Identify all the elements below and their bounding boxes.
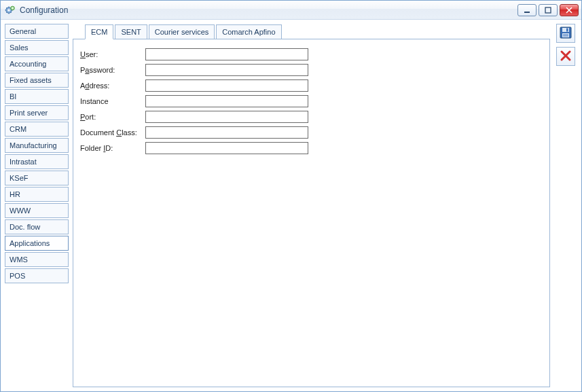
- close-x-icon: [560, 50, 572, 63]
- window-title: Configuration: [20, 5, 68, 15]
- titlebar: Configuration: [1, 1, 581, 20]
- window-close-button[interactable]: [560, 4, 579, 16]
- label-instance: Instance: [80, 97, 145, 105]
- tab-label: SENT: [121, 28, 141, 36]
- address-field[interactable]: [145, 79, 308, 92]
- label-document-class: Document Class:: [80, 128, 145, 137]
- sidebar-item-label: BI: [10, 92, 16, 101]
- sidebar-item-label: HR: [10, 190, 20, 198]
- save-button[interactable]: [556, 24, 575, 43]
- sidebar-item-label: Intrastat: [10, 158, 37, 166]
- sidebar-item-label: POS: [10, 272, 25, 280]
- maximize-button[interactable]: [539, 4, 558, 16]
- password-field[interactable]: [145, 64, 308, 76]
- port-field[interactable]: [145, 111, 308, 123]
- gear-icon: [5, 5, 16, 16]
- sidebar-item-ksef[interactable]: KSeF: [5, 171, 69, 185]
- svg-point-11: [12, 7, 14, 9]
- sidebar: General Sales Accounting Fixed assets BI…: [5, 24, 69, 387]
- main-area: ECM SENT Courier services Comarch Apfino…: [73, 24, 550, 387]
- label-folder-id: Folder ID:: [80, 144, 145, 152]
- right-toolbar: [554, 24, 577, 387]
- sidebar-item-label: Manufacturing: [10, 141, 57, 149]
- form-row-user: User:: [80, 48, 543, 60]
- sidebar-item-www[interactable]: WWW: [5, 203, 69, 218]
- tab-sent[interactable]: SENT: [115, 24, 147, 39]
- tab-comarch-apfino[interactable]: Comarch Apfino: [216, 24, 281, 39]
- sidebar-item-accounting[interactable]: Accounting: [5, 56, 69, 71]
- sidebar-item-pos[interactable]: POS: [5, 268, 69, 283]
- svg-rect-12: [524, 12, 530, 13]
- sidebar-item-intrastat[interactable]: Intrastat: [5, 154, 69, 169]
- document-class-field[interactable]: [145, 126, 308, 139]
- user-field[interactable]: [145, 48, 308, 60]
- sidebar-item-label: Accounting: [10, 60, 46, 68]
- tab-row: ECM SENT Courier services Comarch Apfino: [73, 24, 550, 39]
- sidebar-item-label: WMS: [10, 255, 28, 264]
- sidebar-item-label: Fixed assets: [10, 76, 52, 84]
- form-row-password: Password:: [80, 63, 543, 76]
- sidebar-item-label: WWW: [10, 207, 31, 215]
- config-window: Configuration General Sales Accounting F…: [0, 0, 582, 392]
- minimize-button[interactable]: [517, 4, 536, 16]
- sidebar-item-fixed-assets[interactable]: Fixed assets: [5, 73, 69, 88]
- tab-label: ECM: [91, 28, 107, 36]
- sidebar-item-label: Sales: [10, 43, 29, 52]
- sidebar-item-sales[interactable]: Sales: [5, 40, 69, 55]
- sidebar-item-label: CRM: [10, 125, 26, 133]
- svg-rect-16: [562, 33, 569, 37]
- sidebar-item-bi[interactable]: BI: [5, 89, 69, 104]
- tab-ecm[interactable]: ECM: [85, 24, 113, 39]
- sidebar-item-crm[interactable]: CRM: [5, 122, 69, 137]
- svg-point-1: [7, 9, 10, 11]
- sidebar-item-wms[interactable]: WMS: [5, 252, 69, 267]
- svg-rect-13: [545, 7, 551, 13]
- content-panel: User: Password: Address: Instance Port:: [73, 39, 550, 387]
- label-port: Port:: [80, 113, 145, 121]
- svg-rect-17: [566, 29, 568, 32]
- sidebar-item-label: Applications: [10, 239, 50, 247]
- label-password: Password:: [80, 66, 145, 74]
- form-row-port: Port:: [80, 110, 543, 123]
- tab-label: Courier services: [155, 28, 208, 36]
- sidebar-item-applications[interactable]: Applications: [5, 236, 69, 251]
- client-area: General Sales Accounting Fixed assets BI…: [1, 20, 581, 391]
- sidebar-item-doc-flow[interactable]: Doc. flow: [5, 219, 69, 234]
- sidebar-item-manufacturing[interactable]: Manufacturing: [5, 138, 69, 153]
- sidebar-item-print-server[interactable]: Print server: [5, 105, 69, 120]
- tab-label: Comarch Apfino: [222, 28, 275, 36]
- save-icon: [559, 26, 572, 41]
- form-row-instance: Instance: [80, 94, 543, 107]
- window-buttons: [517, 4, 579, 16]
- sidebar-item-general[interactable]: General: [5, 24, 69, 39]
- tab-courier-services[interactable]: Courier services: [149, 24, 215, 39]
- sidebar-item-label: General: [10, 27, 36, 35]
- form-row-document-class: Document Class:: [80, 126, 543, 139]
- label-address: Address:: [80, 82, 145, 90]
- folder-id-field[interactable]: [145, 142, 308, 154]
- form-row-folder-id: Folder ID:: [80, 141, 543, 154]
- label-user: User:: [80, 50, 145, 58]
- sidebar-item-label: KSeF: [10, 174, 29, 182]
- cancel-button[interactable]: [556, 47, 575, 66]
- instance-field[interactable]: [145, 95, 308, 107]
- sidebar-item-label: Print server: [10, 109, 48, 117]
- sidebar-item-hr[interactable]: HR: [5, 187, 69, 202]
- sidebar-item-label: Doc. flow: [10, 223, 40, 231]
- form-row-address: Address:: [80, 79, 543, 92]
